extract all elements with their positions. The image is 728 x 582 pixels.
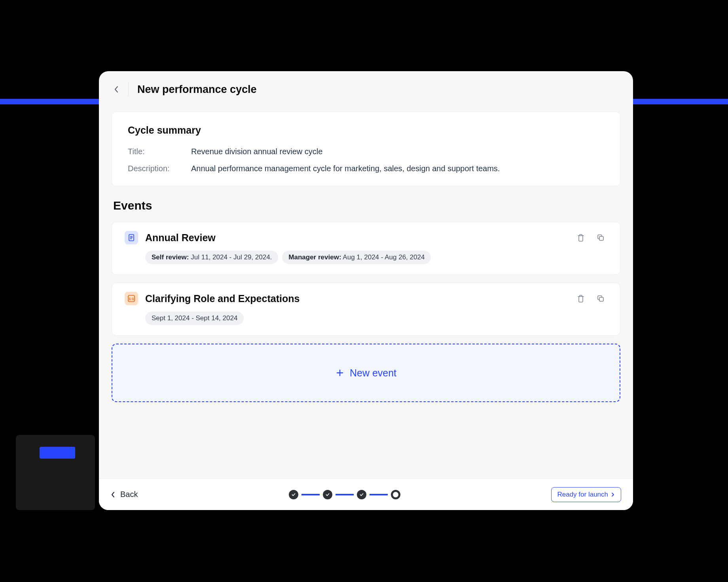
event-title: Clarifying Role and Expectations [145, 293, 567, 304]
delete-event-button[interactable] [574, 231, 588, 244]
event-card-annual-review: Annual Review [112, 222, 620, 275]
cycle-summary-heading: Cycle summary [128, 125, 604, 136]
event-head: Annual Review [125, 231, 607, 244]
step-4-current [391, 490, 400, 499]
step-connector [370, 494, 388, 495]
summary-title-value: Revenue division annual review cycle [191, 147, 322, 156]
pill-value: Aug 1, 2024 - Aug 26, 2024 [343, 253, 425, 261]
svg-rect-5 [599, 236, 603, 240]
modal-title: New performance cycle [137, 83, 257, 96]
plus-icon [336, 368, 344, 377]
event-pills: Sept 1, 2024 - Sept 14, 2024 [145, 312, 607, 325]
step-3-done [357, 490, 366, 499]
background-block [16, 435, 95, 510]
step-connector [301, 494, 320, 495]
event-pill-manager-review: Manager review: Aug 1, 2024 - Aug 26, 20… [282, 251, 431, 264]
copy-icon [596, 294, 605, 303]
header-back-button[interactable] [113, 82, 129, 96]
launch-label: Ready for launch [557, 491, 608, 499]
modal-footer: Back Ready for [99, 478, 633, 510]
event-actions [574, 292, 607, 305]
trash-icon [576, 294, 585, 303]
summary-title-label: Title: [128, 147, 191, 156]
check-icon [325, 492, 330, 497]
svg-rect-9 [599, 297, 603, 301]
new-event-label: New event [350, 367, 396, 379]
duplicate-event-button[interactable] [594, 292, 607, 305]
events-heading: Events [113, 199, 620, 212]
one-on-one-icon: 1:1 [125, 292, 138, 305]
footer-back-label: Back [120, 490, 138, 499]
step-connector [336, 494, 354, 495]
modal-body: Cycle summary Title: Revenue division an… [99, 104, 633, 478]
event-head: 1:1 Clarifying Role and Expectations [125, 292, 607, 305]
progress-stepper [289, 490, 400, 499]
trash-icon [576, 233, 585, 242]
event-pill-date-range: Sept 1, 2024 - Sept 14, 2024 [145, 312, 244, 325]
document-icon [125, 231, 138, 244]
event-card-clarifying-role: 1:1 Clarifying Role and Expectations [112, 283, 620, 336]
event-actions [574, 231, 607, 244]
summary-row-title: Title: Revenue division annual review cy… [128, 147, 604, 156]
copy-icon [596, 233, 605, 242]
pill-value: Sept 1, 2024 - Sept 14, 2024 [152, 314, 237, 322]
summary-description-value: Annual performance management cycle for … [191, 164, 500, 173]
ready-for-launch-button[interactable]: Ready for launch [551, 487, 621, 502]
summary-row-description: Description: Annual performance manageme… [128, 164, 604, 173]
step-1-done [289, 490, 298, 499]
chevron-right-icon [610, 492, 615, 497]
modal-header: New performance cycle [99, 71, 633, 104]
pill-value: Jul 11, 2024 - Jul 29, 2024. [191, 253, 272, 261]
summary-description-label: Description: [128, 164, 191, 173]
step-2-done [323, 490, 332, 499]
event-title: Annual Review [145, 232, 567, 244]
cycle-summary-card: Cycle summary Title: Revenue division an… [112, 111, 620, 186]
event-pills: Self review: Jul 11, 2024 - Jul 29, 2024… [145, 251, 607, 264]
delete-event-button[interactable] [574, 292, 588, 305]
event-pill-self-review: Self review: Jul 11, 2024 - Jul 29, 2024… [145, 251, 278, 264]
check-icon [359, 492, 364, 497]
duplicate-event-button[interactable] [594, 231, 607, 244]
pill-label: Manager review: [288, 253, 341, 261]
performance-cycle-modal: New performance cycle Cycle summary Titl… [99, 71, 633, 510]
svg-text:1:1: 1:1 [129, 297, 134, 301]
pill-label: Self review: [152, 253, 189, 261]
check-icon [291, 492, 296, 497]
chevron-left-icon [113, 85, 119, 94]
new-event-button[interactable]: New event [112, 344, 620, 402]
footer-back-button[interactable]: Back [111, 490, 138, 499]
chevron-left-icon [111, 491, 116, 498]
background-blob [40, 447, 75, 459]
